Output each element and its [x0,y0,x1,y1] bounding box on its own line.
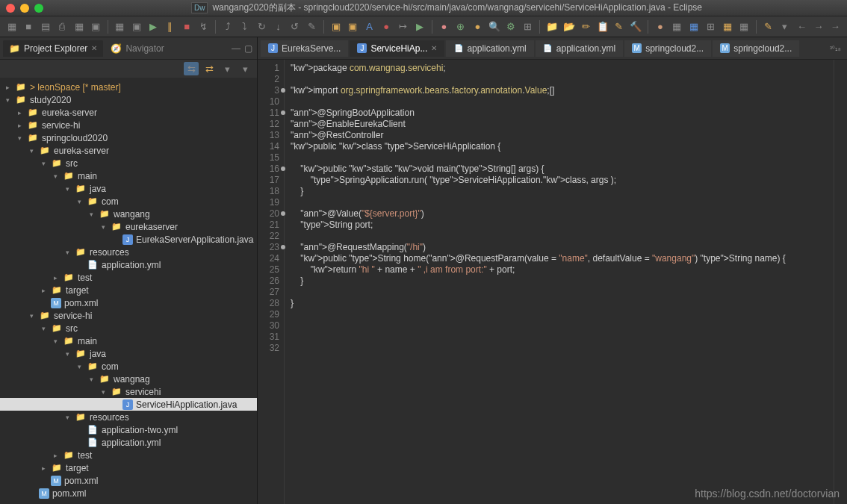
overview-ruler[interactable] [834,60,847,504]
twisty-icon[interactable]: ▾ [30,147,39,155]
toolbar-button[interactable]: ● [437,19,451,34]
toolbar-button[interactable]: ▶ [146,19,161,34]
toolbar-button[interactable]: ▣ [88,19,102,34]
toolbar-button[interactable]: ▤ [38,19,52,34]
toolbar-button[interactable]: ▾ [778,19,792,34]
code-editor[interactable]: 1231011121314151617181920212223242526272… [258,60,847,504]
tree-item[interactable]: Mpom.xml [0,474,257,487]
toolbar-button[interactable]: 📋 [595,19,609,34]
tree-item[interactable]: ▾📁src [0,157,257,169]
tree-item[interactable]: JServiceHiApplication.java [0,398,257,411]
toolbar-button[interactable]: 📁 [544,19,559,34]
tree-item[interactable]: Mpom.xml [0,487,257,500]
toolbar-button[interactable]: ↺ [288,19,302,34]
twisty-icon[interactable]: ▾ [42,160,51,167]
twisty-icon[interactable]: ▸ [42,287,51,294]
toolbar-button[interactable]: 🔍 [487,19,501,34]
editor-tab[interactable]: JServiceHiAp...✕ [350,40,444,57]
toolbar-button[interactable]: ▦ [736,19,751,34]
tree-item[interactable]: ▾📁wangnag [0,373,257,385]
twisty-icon[interactable]: ▸ [18,109,27,116]
toolbar-button[interactable]: ⤵ [238,19,252,34]
twisty-icon[interactable]: ▾ [78,198,87,205]
project-tree[interactable]: ▸📁> leonSpace [* master]▾📁study2020▸📁eur… [0,78,257,504]
toolbar-button[interactable]: ■ [21,19,35,34]
toolbar-button[interactable]: ↓ [271,19,285,34]
tree-item[interactable]: 📄application.yml [0,258,257,271]
toolbar-button[interactable]: ▦ [72,19,86,34]
tree-item[interactable]: ▾📁eurekaserver [0,220,257,233]
toolbar-button[interactable]: ⤴ [220,19,235,34]
tree-item[interactable]: ▾📁java [0,347,257,360]
twisty-icon[interactable]: ▾ [30,312,39,320]
twisty-icon[interactable]: ▸ [6,84,15,91]
toolbar-button[interactable]: → [811,19,825,34]
toolbar-button[interactable]: ■ [180,19,194,34]
tab-project-explorer[interactable]: 📁 Project Explorer ✕ [3,40,103,57]
toolbar-button[interactable]: ▦ [4,19,19,34]
tree-item[interactable]: ▾📁com [0,360,257,373]
twisty-icon[interactable]: ▾ [102,223,111,231]
toolbar-button[interactable]: ▶ [412,19,426,34]
toolbar-button[interactable]: 🔨 [629,19,643,34]
tree-item[interactable]: ▾📁servicehi [0,385,257,398]
twisty-icon[interactable]: ▾ [66,185,75,193]
tree-item[interactable]: Mpom.xml [0,296,257,309]
toolbar-button[interactable]: ▦ [720,19,734,34]
view-menu-icon[interactable]: ▾ [238,62,252,75]
toolbar-button[interactable]: ✎ [612,19,626,34]
minimize-icon[interactable]: — [230,43,242,55]
twisty-icon[interactable]: ▾ [54,172,63,180]
toolbar-button[interactable]: ● [379,19,393,34]
tree-item[interactable]: ▾📁java [0,182,257,195]
twisty-icon[interactable]: ▾ [66,350,75,358]
toolbar-button[interactable]: ▦ [686,19,701,34]
tree-item[interactable]: ▾📁resources [0,246,257,258]
toolbar-button[interactable]: ⊕ [453,19,468,34]
tree-item[interactable]: ▾📁main [0,169,257,182]
toolbar-button[interactable]: ↯ [196,19,211,34]
tab-overflow-indicator[interactable]: ³⁰₁₈ [830,45,844,52]
twisty-icon[interactable]: ▾ [66,414,75,421]
collapse-all-icon[interactable]: ⇆ [184,62,199,75]
twisty-icon[interactable]: ▾ [42,325,51,332]
twisty-icon[interactable]: ▾ [90,211,99,218]
filter-icon[interactable]: ▾ [220,62,235,75]
toolbar-button[interactable]: ‖ [163,19,177,34]
editor-tab[interactable]: 📄application.yml [446,40,533,57]
maximize-icon[interactable]: ▢ [242,43,254,55]
tab-navigator[interactable]: 🧭 Navigator [105,40,170,57]
toolbar-button[interactable]: ⚙ [504,19,518,34]
toolbar-button[interactable]: 📂 [562,19,576,34]
twisty-icon[interactable]: ▸ [42,464,51,472]
tree-item[interactable]: JEurekaServerApplication.java [0,233,257,246]
toolbar-button[interactable]: ↻ [254,19,268,34]
tree-item[interactable]: ▾📁service-hi [0,309,257,322]
toolbar-button[interactable]: ▦ [113,19,127,34]
tree-item[interactable]: ▸📁target [0,284,257,296]
toolbar-button[interactable]: ✎ [305,19,319,34]
toolbar-button[interactable]: ▣ [329,19,343,34]
code-content[interactable]: "kw">package com.wangnag.servicehi; "kw"… [285,60,834,504]
twisty-icon[interactable]: ▾ [6,96,15,104]
toolbar-button[interactable]: ● [471,19,485,34]
tree-item[interactable]: ▸📁test [0,271,257,284]
link-editor-icon[interactable]: ⇄ [202,62,217,75]
twisty-icon[interactable]: ▸ [54,452,63,459]
twisty-icon[interactable]: ▾ [66,249,75,256]
close-icon[interactable]: ✕ [431,44,437,52]
twisty-icon[interactable]: ▾ [18,134,27,142]
toolbar-button[interactable]: ▣ [129,19,143,34]
toolbar-button[interactable]: → [828,19,843,34]
tree-item[interactable]: ▸📁service-hi [0,119,257,131]
editor-tab[interactable]: JEurekaServe... [261,40,348,57]
toolbar-button[interactable]: ↦ [396,19,410,34]
twisty-icon[interactable]: ▾ [90,376,99,383]
twisty-icon[interactable]: ▸ [54,274,63,281]
tree-item[interactable]: ▾📁study2020 [0,93,257,106]
toolbar-button[interactable]: A [362,19,376,34]
tree-item[interactable]: ▾📁main [0,335,257,347]
editor-tab[interactable]: Mspringcloud2... [624,40,711,57]
toolbar-button[interactable]: ✎ [761,19,775,34]
toolbar-button[interactable]: ▦ [670,19,684,34]
